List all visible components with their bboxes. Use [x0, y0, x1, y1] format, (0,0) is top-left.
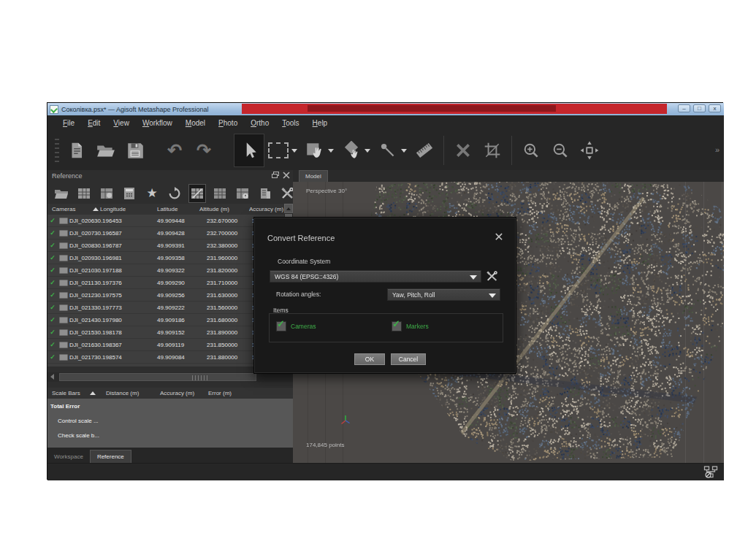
- ok-button[interactable]: OK: [354, 353, 385, 365]
- enabled-check-icon[interactable]: ✓: [47, 291, 58, 299]
- cameras-checkbox[interactable]: ✓ Cameras: [276, 321, 316, 331]
- col-error[interactable]: Error (m): [208, 390, 293, 396]
- altitude-value: 232.670000: [207, 218, 252, 224]
- cameras-table-header[interactable]: Cameras Longitude Latitude Altitude (m) …: [47, 204, 293, 215]
- scalebars-table-header[interactable]: Scale Bars Distance (m) Accuracy (m) Err…: [47, 388, 293, 399]
- menu-view[interactable]: View: [107, 117, 136, 129]
- fit-view-button[interactable]: [575, 134, 604, 166]
- undo-button[interactable]: ↶: [160, 134, 189, 166]
- table-row[interactable]: Control scale ...: [47, 413, 293, 428]
- update-refresh-button[interactable]: [167, 185, 183, 202]
- title-redaction-stripe: [242, 104, 667, 114]
- menu-photo[interactable]: Photo: [212, 117, 244, 129]
- enabled-check-icon[interactable]: ✓: [47, 254, 58, 261]
- col-longitude[interactable]: Longitude: [100, 206, 157, 212]
- calculator-button[interactable]: [121, 185, 137, 202]
- markers-checkbox[interactable]: ✓ Markers: [392, 321, 429, 331]
- enabled-check-icon[interactable]: ✓: [47, 341, 58, 348]
- col-distance[interactable]: Distance (m): [106, 390, 160, 396]
- table-row[interactable]: Check scale b...: [47, 428, 293, 442]
- select-arrow-button[interactable]: [234, 134, 264, 166]
- menu-help[interactable]: Help: [306, 117, 335, 129]
- ruler-button[interactable]: [410, 134, 439, 166]
- delete-selection-button[interactable]: [449, 134, 478, 166]
- camera-name: DJI_0209: [69, 255, 94, 261]
- enabled-check-icon[interactable]: ✓: [47, 329, 58, 336]
- photo-icon: [58, 218, 69, 224]
- float-panel-icon[interactable]: [272, 172, 279, 179]
- pan-button[interactable]: [300, 134, 329, 166]
- checkbox-box[interactable]: ✓: [276, 321, 286, 331]
- latitude-value: 49.909050: [157, 367, 207, 367]
- update-transform-button[interactable]: [189, 185, 205, 202]
- enabled-check-icon[interactable]: ✓: [47, 242, 58, 249]
- col-cameras[interactable]: Cameras: [47, 206, 93, 212]
- crs-settings-icon[interactable]: [486, 270, 499, 283]
- close-panel-icon[interactable]: [283, 172, 290, 179]
- camera-name: DJI_0213: [69, 304, 94, 311]
- coordinate-system-select[interactable]: WGS 84 (EPSG::4326): [270, 270, 481, 283]
- altitude-value: 231.890000: [207, 329, 252, 336]
- menu-ortho[interactable]: Ortho: [244, 117, 275, 129]
- table-info-button[interactable]: [234, 185, 251, 202]
- enabled-check-icon[interactable]: ✓: [47, 316, 58, 323]
- table-row[interactable]: Total Error: [47, 399, 293, 413]
- maximize-button[interactable]: □: [693, 104, 706, 112]
- col-scale-bars[interactable]: Scale Bars: [47, 390, 90, 396]
- zoom-in-button[interactable]: [516, 134, 546, 166]
- enabled-check-icon[interactable]: ✓: [47, 304, 58, 311]
- enabled-check-icon[interactable]: ✓: [47, 266, 58, 274]
- enabled-check-icon[interactable]: ✓: [47, 229, 58, 237]
- col-sb-accuracy[interactable]: Accuracy (m): [160, 390, 208, 396]
- zoom-in-icon: [522, 141, 541, 160]
- dialog-close-icon[interactable]: ✕: [492, 231, 505, 244]
- enabled-check-icon[interactable]: ✓: [47, 366, 58, 367]
- dialog-title: Convert Reference: [267, 234, 335, 242]
- toolbar-overflow-chevron[interactable]: »: [715, 145, 720, 154]
- menu-edit[interactable]: Edit: [81, 117, 107, 129]
- resize-region-button[interactable]: [478, 134, 507, 166]
- import-reference-button[interactable]: [53, 185, 69, 202]
- cancel-button[interactable]: Cancel: [391, 353, 426, 365]
- toolbar-grip[interactable]: [55, 136, 59, 165]
- horizontal-scroll-thumb[interactable]: [59, 373, 256, 381]
- photo-icon: [58, 329, 69, 336]
- tab-reference[interactable]: Reference: [90, 450, 131, 463]
- export-reference-button[interactable]: [76, 185, 92, 202]
- optimize-star-button[interactable]: ★: [144, 185, 160, 202]
- document-tab-strip: Model: [293, 170, 724, 182]
- zoom-out-button[interactable]: [546, 134, 575, 166]
- minimize-button[interactable]: –: [678, 104, 690, 112]
- table-button[interactable]: [212, 185, 228, 202]
- scroll-left-icon[interactable]: [49, 374, 56, 380]
- menu-workflow[interactable]: Workflow: [136, 117, 179, 129]
- rotation-angles-select[interactable]: Yaw, Pitch, Roll: [387, 288, 500, 301]
- col-altitude[interactable]: Altitude (m): [199, 206, 249, 212]
- longitude-value: 30.197376: [94, 280, 157, 286]
- open-project-button[interactable]: [91, 134, 121, 166]
- tab-model[interactable]: Model: [299, 170, 328, 182]
- rotate-object-button[interactable]: [337, 134, 366, 166]
- col-latitude[interactable]: Latitude: [157, 206, 199, 212]
- convert-table-button[interactable]: [99, 185, 115, 202]
- menu-model[interactable]: Model: [179, 117, 212, 129]
- enabled-check-icon[interactable]: ✓: [47, 279, 58, 286]
- redo-button[interactable]: ↷: [189, 134, 218, 166]
- new-document-button[interactable]: [62, 134, 91, 166]
- enabled-check-icon[interactable]: ✓: [47, 353, 58, 361]
- survey-statistics-button[interactable]: [257, 185, 273, 202]
- network-disabled-icon[interactable]: [703, 466, 718, 478]
- scroll-grip-marks: [190, 375, 209, 380]
- menu-file[interactable]: File: [56, 117, 81, 129]
- save-project-button[interactable]: [121, 134, 150, 166]
- checkbox-box[interactable]: ✓: [392, 321, 402, 331]
- title-bar[interactable]: Соколівка.psx* — Agisoft Metashape Profe…: [47, 103, 724, 115]
- menu-tools[interactable]: Tools: [275, 117, 305, 129]
- draw-point-button[interactable]: [373, 134, 402, 166]
- close-button[interactable]: x: [709, 104, 721, 112]
- enabled-check-icon[interactable]: ✓: [47, 217, 58, 224]
- tab-workspace[interactable]: Workspace: [47, 450, 90, 463]
- rectangle-selection-button[interactable]: [264, 134, 293, 166]
- altitude-value: 232.380000: [207, 242, 252, 249]
- scroll-up-icon[interactable]: [284, 204, 293, 213]
